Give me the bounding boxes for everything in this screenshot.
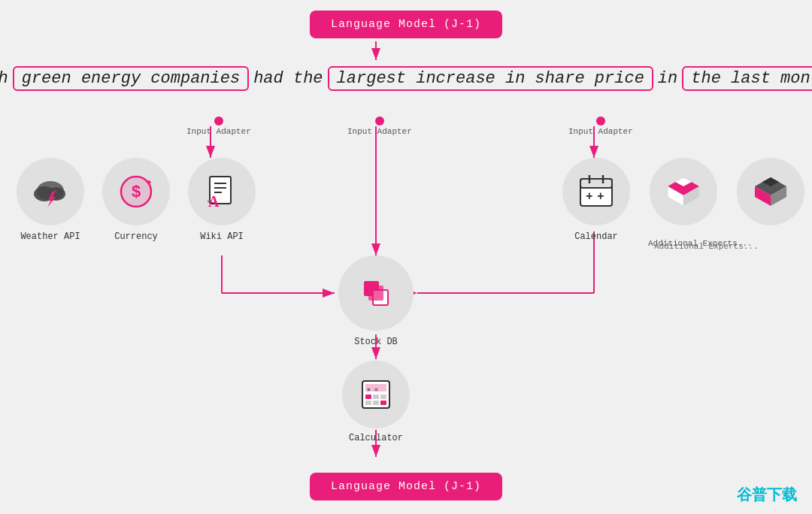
input-adapter-2: Input Adapter bbox=[347, 116, 412, 136]
calendar-label: Calendar bbox=[562, 231, 630, 242]
wiki-label: Wiki API bbox=[188, 231, 256, 242]
adapter-dot-2 bbox=[375, 116, 384, 125]
adapter-label-2: Input Adapter bbox=[347, 127, 412, 136]
svg-rect-49 bbox=[380, 395, 386, 399]
wiki-svg: A bbox=[202, 172, 241, 211]
svg-text:$: $ bbox=[132, 182, 141, 201]
weather-icon-circle bbox=[17, 158, 84, 225]
q-in: in bbox=[658, 69, 677, 88]
watermark: 谷普下载 bbox=[737, 485, 797, 505]
svg-rect-51 bbox=[373, 401, 379, 405]
svg-rect-48 bbox=[373, 395, 379, 399]
stock-db-label: Stock DB bbox=[338, 337, 414, 347]
input-adapter-1: Input Adapter bbox=[186, 116, 251, 136]
svg-rect-52 bbox=[380, 401, 386, 405]
stock-db-circle bbox=[338, 255, 414, 331]
expert2-icon-circle bbox=[737, 158, 804, 225]
adapter-label-1: Input Adapter bbox=[186, 127, 251, 136]
q-which: Which bbox=[0, 69, 8, 88]
svg-text:×: × bbox=[367, 386, 371, 393]
currency-label: Currency bbox=[102, 231, 170, 242]
diagram-container: Language Model (J-1) Which green energy … bbox=[0, 0, 812, 514]
q-largest-increase: largest increase in share price bbox=[328, 66, 653, 91]
currency-icon-circle: $ ✦ bbox=[102, 158, 170, 225]
adapter-dot-1 bbox=[214, 116, 223, 125]
svg-text:=: = bbox=[374, 386, 378, 393]
question-area: Which green energy companies had the lar… bbox=[38, 66, 774, 91]
q-last-month: the last month bbox=[682, 66, 812, 91]
wiki-icon-circle: A bbox=[188, 158, 256, 225]
svg-rect-47 bbox=[365, 395, 371, 399]
additional-experts-text: Additional Experts... bbox=[654, 242, 759, 251]
svg-text:+: + bbox=[597, 190, 604, 204]
input-adapter-3: Input Adapter bbox=[568, 116, 633, 136]
svg-rect-29 bbox=[580, 179, 612, 188]
calculator-svg: × = bbox=[356, 375, 395, 414]
svg-text:✦: ✦ bbox=[145, 177, 153, 188]
svg-rect-50 bbox=[365, 401, 371, 405]
calculator-circle: × = bbox=[342, 361, 410, 428]
calendar-svg: + + bbox=[576, 171, 617, 212]
lang-model-top: Language Model (J-1) bbox=[310, 11, 502, 38]
expert1-icon-circle bbox=[650, 158, 717, 225]
weather-label: Weather API bbox=[17, 231, 84, 242]
currency-svg: $ ✦ bbox=[117, 172, 156, 211]
q-green-energy: green energy companies bbox=[13, 66, 249, 91]
svg-text:+: + bbox=[586, 190, 593, 204]
stock-db-svg bbox=[353, 271, 398, 316]
weather-svg bbox=[31, 176, 70, 207]
calculator-label: Calculator bbox=[342, 433, 410, 443]
lang-model-bottom: Language Model (J-1) bbox=[310, 473, 502, 500]
adapter-label-3: Input Adapter bbox=[568, 127, 633, 136]
q-had-the: had the bbox=[253, 69, 323, 88]
expert1-svg bbox=[663, 171, 704, 212]
calendar-icon-circle: + + bbox=[562, 158, 630, 225]
adapter-dot-3 bbox=[596, 116, 605, 125]
svg-rect-44 bbox=[368, 286, 383, 301]
expert2-svg bbox=[750, 171, 791, 212]
